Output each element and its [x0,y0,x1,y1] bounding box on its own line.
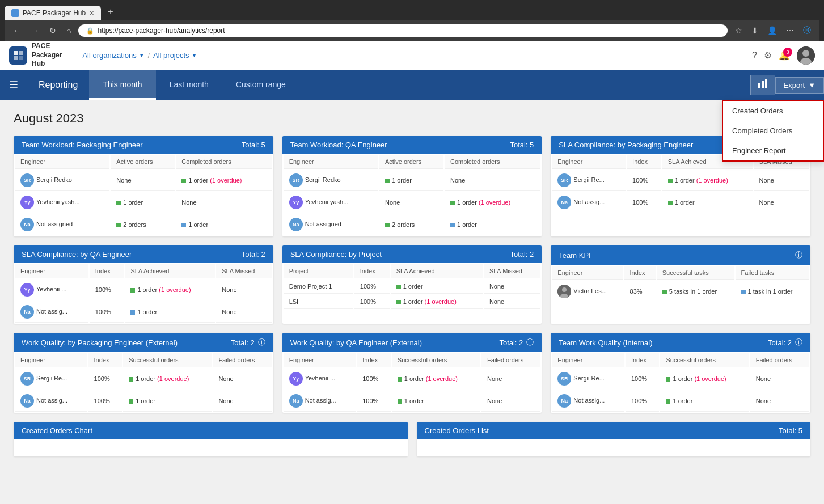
svg-rect-0 [14,51,18,55]
active-browser-tab[interactable]: PACE Packager Hub ✕ [5,6,101,20]
card-title: SLA Compliance: by Project [290,250,382,259]
export-engineer-report[interactable]: Engineer Report [723,141,823,160]
table-row: Victor Fes... 83% 5 tasks in 1 order 1 t… [552,281,809,302]
tab-favicon [11,9,19,17]
tab-last-month[interactable]: Last month [156,70,222,100]
settings-button[interactable]: ⚙ [764,50,772,61]
reporting-title: Reporting [27,70,89,100]
card-work-quality-qa: Work Quality: by QA Engineer (External) … [282,333,542,413]
refresh-button[interactable]: ↻ [47,25,59,36]
export-completed-orders[interactable]: Completed Orders [723,121,823,141]
col-engineer: Engineer [552,353,624,367]
col-failed: Failed orders [750,353,809,367]
download-button[interactable]: ⬇ [749,24,761,37]
card-title: Work Quality: by Packaging Engineer (Ext… [22,338,178,347]
export-button[interactable]: Export ▼ [775,77,824,94]
card-header: Created Orders Chart [14,422,408,439]
svg-rect-1 [19,51,23,55]
col-index: Index [626,353,660,367]
page-title: August 2023 [14,111,810,126]
card-table: Engineer Index Successful tasks Failed t… [551,265,810,303]
favorites-button[interactable]: ☆ [732,24,745,37]
card-team-workload-packaging: Team Workload: Packaging Engineer Total:… [14,136,273,236]
col-failed: Failed orders [481,353,540,367]
bing-button[interactable]: Ⓑ [800,24,814,37]
svg-rect-7 [758,83,760,88]
card-title: SLA Compliance: by Packaging Engineer [559,141,693,149]
back-button[interactable]: ← [10,25,24,36]
profile-button[interactable]: 👤 [764,24,780,37]
col-active: Active orders [379,155,443,169]
tab-close-button[interactable]: ✕ [89,10,94,17]
table-row: SRSergii Re... 100% 1 order (1 overdue) … [15,369,272,389]
card-header: Work Quality: by QA Engineer (External) … [282,333,542,352]
table-row: YyYevhenii ... 100% 1 order (1 overdue) … [15,279,272,300]
card-header: SLA Compliance: by QA Engineer Total: 2 [14,245,273,263]
col-successful: Successful tasks [657,266,734,280]
card-header: Team Work Quality (Internal) Total: 2 ⓘ [551,333,810,352]
notification-button[interactable]: 🔔 3 [779,50,790,61]
card-table: Engineer Index Successful orders Failed … [14,352,273,413]
card-header: Work Quality: by Packaging Engineer (Ext… [14,333,273,352]
table-row: YyYevhenii yash... None 1 order (1 overd… [284,192,541,213]
card-header: Team Workload: Packaging Engineer Total:… [14,136,273,154]
col-successful: Successful orders [660,353,749,367]
table-row: NaNot assigned 2 orders 1 order [15,214,272,235]
notification-badge: 3 [783,48,792,57]
org-selector[interactable]: All organizations ▼ [82,51,144,60]
url-text: https://pace-packager-hub/analytics/repo… [98,27,225,35]
export-created-orders[interactable]: Created Orders [723,101,823,121]
info-icon[interactable]: ⓘ [795,250,802,260]
table-row: LSI 100% 1 order (1 overdue) None [284,295,541,309]
col-project: Project [284,264,353,278]
card-table: Engineer Index Successful orders Failed … [282,352,542,413]
table-row: SRSergii Redko 1 order None [284,170,541,191]
card-table: Engineer Index SLA Achieved SLA Missed Y… [14,263,273,324]
col-successful: Successful orders [123,353,212,367]
user-avatar[interactable] [797,46,815,65]
info-icon[interactable]: ⓘ [526,337,534,348]
tab-this-month[interactable]: This month [89,70,155,100]
main-content: August 2023 Team Workload: Packaging Eng… [0,100,824,504]
chart-view-button[interactable] [750,75,775,95]
card-header: SLA Compliance: by Project Total: 2 [282,245,542,263]
org-chevron-icon: ▼ [139,52,145,58]
card-title: Team KPI [559,251,590,260]
reporting-nav: ☰ Reporting This month Last month Custom… [0,70,824,100]
col-index: Index [88,353,122,367]
svg-point-11 [562,287,567,292]
card-title: Team Workload: Packaging Engineer [22,141,143,149]
col-engineer: Engineer [284,155,378,169]
svg-rect-8 [762,81,764,88]
card-content-placeholder [417,439,811,456]
col-index: Index [627,155,661,169]
card-team-workload-qa: Team Workload: QA Engineer Total: 5 Engi… [282,136,542,236]
card-sla-qa: SLA Compliance: by QA Engineer Total: 2 … [14,245,273,324]
export-chevron-icon: ▼ [808,81,815,90]
card-header: Team Workload: QA Engineer Total: 5 [282,136,542,154]
help-button[interactable]: ? [752,50,757,61]
forward-button[interactable]: → [28,25,42,36]
home-button[interactable]: ⌂ [64,25,74,36]
table-row: NaNot assigned 2 orders 1 order [284,214,541,235]
card-header: Created Orders List Total: 5 [417,422,811,439]
card-sla-project: SLA Compliance: by Project Total: 2 Proj… [282,245,542,324]
nav-tabs: This month Last month Custom range [89,70,299,100]
col-successful: Successful orders [392,353,480,367]
card-table: Engineer Index Successful orders Failed … [551,352,810,413]
col-missed: SLA Missed [216,264,272,278]
project-selector[interactable]: All projects ▼ [153,51,197,60]
card-title: SLA Compliance: by QA Engineer [22,250,132,259]
card-total: Total: 2 [768,338,792,347]
new-tab-button[interactable]: + [102,3,119,20]
col-achieved: SLA Achieved [391,264,483,278]
info-icon[interactable]: ⓘ [258,337,265,348]
more-options-button[interactable]: ⋯ [783,24,797,37]
card-title: Team Workload: QA Engineer [290,141,387,149]
hamburger-button[interactable]: ☰ [0,70,27,100]
svg-point-5 [802,50,809,57]
info-icon[interactable]: ⓘ [795,337,802,348]
card-header: Team KPI ⓘ [551,245,810,265]
address-bar[interactable]: 🔒 https://pace-packager-hub/analytics/re… [78,24,728,37]
tab-custom-range[interactable]: Custom range [222,70,299,100]
